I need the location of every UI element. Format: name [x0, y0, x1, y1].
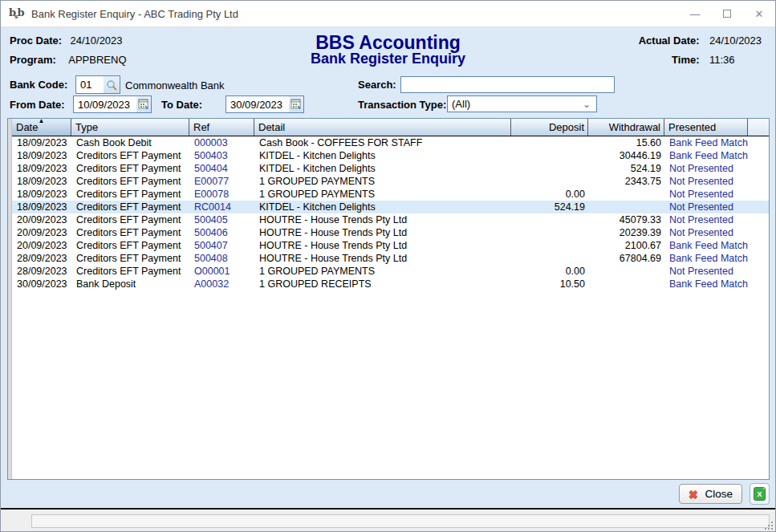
- table-row[interactable]: 18/09/2023Creditors EFT PaymentRC0014KIT…: [12, 201, 769, 213]
- cell-withdrawal: 20239.39: [588, 226, 664, 239]
- cell-ref[interactable]: E00078: [189, 188, 254, 201]
- cell-deposit: 0.00: [511, 265, 588, 278]
- app-window: bsb Bank Register Enquiry - ABC Trading …: [0, 0, 776, 532]
- column-header-type[interactable]: Type: [71, 119, 189, 136]
- cell-ref[interactable]: 500405: [189, 213, 254, 226]
- search-input[interactable]: [400, 76, 615, 93]
- cell-type: Creditors EFT Payment: [71, 239, 189, 252]
- resize-grip[interactable]: [763, 520, 773, 530]
- cell-detail: 1 GROUPED PAYMENTS: [254, 265, 511, 278]
- cell-deposit: 524.19: [511, 201, 588, 213]
- column-header-withdrawal[interactable]: Withdrawal: [588, 119, 664, 136]
- minimize-icon[interactable]: —: [679, 1, 711, 27]
- cell-deposit: 10.50: [511, 278, 588, 290]
- cell-date: 28/09/2023: [12, 252, 71, 265]
- cell-ref[interactable]: 500408: [189, 252, 254, 265]
- column-header-presented[interactable]: Presented: [664, 119, 748, 136]
- table-row[interactable]: 30/09/2023Bank DepositA000321 GROUPED RE…: [12, 278, 769, 290]
- table-row[interactable]: 18/09/2023Creditors EFT PaymentE000781 G…: [12, 188, 769, 201]
- cell-date: 18/09/2023: [12, 149, 71, 162]
- table-row[interactable]: 18/09/2023Cash Book Debit000003Cash Book…: [12, 136, 769, 149]
- cell-detail: HOUTRE - House Trends Pty Ltd: [254, 239, 511, 252]
- cell-withdrawal: [588, 265, 664, 278]
- cell-type: Creditors EFT Payment: [71, 149, 189, 162]
- cell-withdrawal: 15.60: [588, 136, 664, 149]
- cell-deposit: [511, 239, 588, 252]
- cell-ref[interactable]: O00001: [189, 265, 254, 278]
- from-date-input[interactable]: [74, 96, 136, 112]
- cell-presented: Not Presented: [664, 226, 748, 239]
- cell-type: Creditors EFT Payment: [71, 162, 189, 175]
- table-row[interactable]: 28/09/2023Creditors EFT PaymentO000011 G…: [12, 265, 769, 278]
- search-label: Search:: [358, 79, 396, 91]
- bank-code-combo: [75, 75, 120, 94]
- cell-presented: Bank Feed Match: [664, 239, 748, 252]
- calendar-icon: [290, 99, 302, 110]
- to-date-calendar-button[interactable]: [289, 96, 303, 112]
- export-excel-button[interactable]: X: [750, 483, 770, 505]
- table-row[interactable]: 20/09/2023Creditors EFT Payment500406HOU…: [12, 226, 769, 239]
- cell-detail: KITDEL - Kitchen Delights: [254, 201, 511, 213]
- column-header-ref[interactable]: Ref: [189, 119, 254, 136]
- cell-withdrawal: 2343.75: [588, 175, 664, 188]
- app-logo-icon: bsb: [9, 6, 25, 21]
- excel-icon: X: [754, 487, 766, 501]
- transaction-type-value: (All): [452, 98, 470, 110]
- table-row[interactable]: 18/09/2023Creditors EFT PaymentE000771 G…: [12, 175, 769, 188]
- cell-ref[interactable]: 500407: [189, 239, 254, 252]
- cell-presented: Bank Feed Match: [664, 278, 748, 290]
- cell-ref[interactable]: 000003: [189, 136, 254, 149]
- cell-date: 18/09/2023: [12, 136, 71, 149]
- calendar-icon: [138, 99, 149, 110]
- table-row[interactable]: 20/09/2023Creditors EFT Payment500405HOU…: [12, 213, 769, 226]
- cell-ref[interactable]: RC0014: [189, 201, 254, 213]
- bank-code-input[interactable]: [76, 76, 104, 93]
- bank-lookup-button[interactable]: [104, 76, 120, 93]
- transaction-type-select[interactable]: (All) ⌄: [447, 95, 597, 112]
- to-date-label: To Date:: [161, 99, 202, 111]
- cell-deposit: 0.00: [511, 188, 588, 201]
- cell-presented: Not Presented: [664, 175, 748, 188]
- table-row[interactable]: 28/09/2023Creditors EFT Payment500408HOU…: [12, 252, 769, 265]
- time-row: Time: 11:36: [672, 52, 767, 67]
- table-row[interactable]: 18/09/2023Creditors EFT Payment500404KIT…: [12, 162, 769, 175]
- close-button[interactable]: ✖ Close: [679, 484, 742, 504]
- cell-ref[interactable]: 500404: [189, 162, 254, 175]
- cell-presented: Not Presented: [664, 162, 748, 175]
- time-label: Time:: [672, 54, 699, 66]
- cell-type: Creditors EFT Payment: [71, 188, 189, 201]
- close-window-icon[interactable]: ✕: [743, 1, 775, 27]
- cell-detail: KITDEL - Kitchen Delights: [254, 149, 511, 162]
- cell-ref[interactable]: 500406: [189, 226, 254, 239]
- bank-name: Commonwealth Bank: [125, 79, 225, 91]
- svg-text:X: X: [757, 490, 762, 498]
- table-row[interactable]: 20/09/2023Creditors EFT Payment500407HOU…: [12, 239, 769, 252]
- column-header-deposit[interactable]: Deposit: [511, 119, 588, 136]
- column-header-detail[interactable]: Detail: [254, 119, 511, 136]
- close-x-icon: ✖: [689, 488, 698, 501]
- cell-withdrawal: 2100.67: [588, 239, 664, 252]
- cell-presented: Not Presented: [664, 265, 748, 278]
- table-row[interactable]: 18/09/2023Creditors EFT Payment500403KIT…: [12, 149, 769, 162]
- transactions-grid: Date▲TypeRefDetailDepositWithdrawalPrese…: [7, 118, 770, 480]
- actual-date-value: 24/10/2023: [709, 35, 767, 47]
- status-bar-field: [31, 514, 770, 528]
- to-date-input[interactable]: [226, 96, 289, 112]
- cell-ref[interactable]: E00077: [189, 175, 254, 188]
- cell-ref[interactable]: A00032: [189, 278, 254, 290]
- cell-deposit: [511, 162, 588, 175]
- to-date-box: [225, 95, 304, 113]
- cell-withdrawal: 30446.19: [588, 149, 664, 162]
- column-header-date[interactable]: Date▲: [12, 119, 71, 136]
- actual-date-row: Actual Date: 24/10/2023: [639, 33, 767, 47]
- time-value: 11:36: [709, 54, 767, 66]
- grid-body: 18/09/2023Cash Book Debit000003Cash Book…: [12, 136, 769, 479]
- cell-detail: 1 GROUPED PAYMENTS: [254, 175, 511, 188]
- cell-date: 18/09/2023: [12, 162, 71, 175]
- maximize-icon[interactable]: [711, 1, 743, 27]
- cell-deposit: [511, 226, 588, 239]
- cell-presented: Not Presented: [664, 201, 748, 213]
- from-date-calendar-button[interactable]: [136, 96, 151, 112]
- cell-withdrawal: [588, 188, 664, 201]
- cell-ref[interactable]: 500403: [189, 149, 254, 162]
